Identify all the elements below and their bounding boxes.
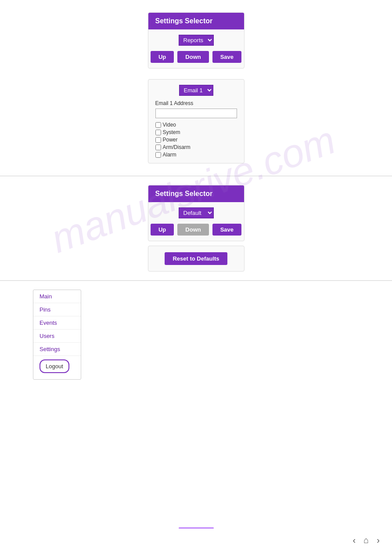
sidebar-item-users[interactable]: Users — [33, 330, 81, 343]
checkbox-video[interactable]: Video — [155, 122, 237, 128]
panel1-header: Settings Selector — [148, 13, 244, 29]
sidebar-item-events[interactable]: Events — [33, 316, 81, 330]
checkbox-alarm-input[interactable] — [155, 152, 161, 158]
reset-to-defaults-button[interactable]: Reset to Defaults — [165, 252, 227, 265]
email-dropdown[interactable]: Email 1 Email 2 Email 3 — [179, 85, 213, 96]
next-page-icon[interactable]: › — [377, 535, 380, 545]
sidebar-item-settings[interactable]: Settings — [33, 343, 81, 356]
checkbox-arm-disarm-input[interactable] — [155, 145, 161, 150]
reports-dropdown[interactable]: Reports Email Default System — [179, 35, 214, 46]
page-number-bar — [179, 527, 214, 529]
settings-selector-panel-2: Settings Selector Reports Email Default … — [148, 185, 245, 241]
checkbox-power[interactable]: Power — [155, 137, 237, 143]
email-checkbox-group: Video System Power Arm/Disarm Alarm — [155, 122, 237, 158]
checkbox-arm-disarm[interactable]: Arm/Disarm — [155, 144, 237, 150]
navigation-menu: Main Pins Events Users Settings Logout — [33, 290, 81, 380]
sidebar-item-pins[interactable]: Pins — [33, 303, 81, 316]
checkbox-system-input[interactable] — [155, 130, 161, 135]
up-button-1[interactable]: Up — [151, 51, 174, 63]
panel2-header: Settings Selector — [148, 185, 244, 202]
sidebar-item-main[interactable]: Main — [33, 290, 81, 303]
settings-selector-panel-1: Settings Selector Reports Email Default … — [148, 12, 245, 69]
down-button-2: Down — [177, 224, 209, 236]
checkbox-alarm[interactable]: Alarm — [155, 152, 237, 158]
checkbox-video-input[interactable] — [155, 122, 161, 128]
down-button-1[interactable]: Down — [177, 51, 209, 63]
checkbox-power-input[interactable] — [155, 137, 161, 143]
email-address-label: Email 1 Address — [155, 100, 237, 106]
home-icon[interactable]: ⌂ — [363, 535, 369, 545]
reset-panel: Reset to Defaults — [148, 246, 245, 272]
save-button-2[interactable]: Save — [212, 224, 241, 236]
email-panel: Email 1 Email 2 Email 3 Email 1 Address … — [148, 79, 245, 163]
up-button-2[interactable]: Up — [151, 224, 174, 236]
checkbox-system[interactable]: System — [155, 129, 237, 135]
email-address-input[interactable] — [155, 109, 237, 118]
prev-page-icon[interactable]: ‹ — [353, 535, 356, 545]
logout-button[interactable]: Logout — [40, 359, 69, 373]
default-dropdown[interactable]: Reports Email Default System — [179, 207, 214, 218]
save-button-1[interactable]: Save — [212, 51, 241, 63]
